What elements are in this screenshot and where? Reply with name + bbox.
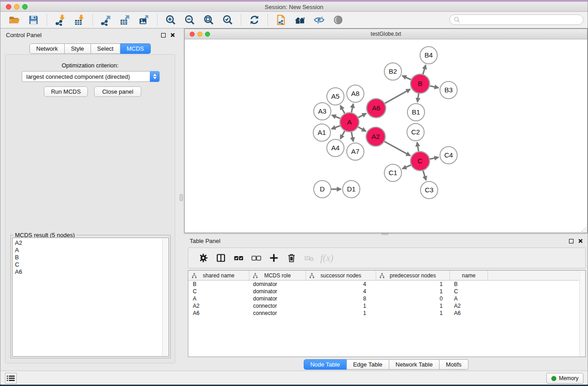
deselect-all-rows-button[interactable] [249, 251, 264, 265]
table-cell[interactable]: A2 [188, 303, 249, 309]
node-C4[interactable]: C4 [440, 147, 457, 164]
table-cell[interactable]: dominator [249, 295, 306, 302]
tab-network[interactable]: Network [29, 43, 65, 54]
zoom-out-button[interactable] [183, 13, 196, 27]
edge-A-A7[interactable] [351, 132, 353, 142]
memory-button[interactable]: Memory [546, 373, 583, 384]
column-header-name[interactable]: name [450, 271, 488, 280]
tab-network-table[interactable]: Network Table [389, 359, 440, 370]
table-cell[interactable]: B [450, 281, 488, 287]
new-network-from-selection-button[interactable] [274, 13, 288, 27]
column-header-successor-nodes[interactable]: successor nodes [306, 271, 376, 280]
node-A5[interactable]: A5 [327, 88, 344, 105]
node-C1[interactable]: C1 [384, 164, 402, 181]
table-cell[interactable]: 1 [376, 281, 450, 287]
table-cell[interactable]: 1 [376, 310, 450, 316]
table-cell[interactable]: 1 [306, 303, 376, 309]
table-cell[interactable]: B [188, 281, 249, 287]
mcds-result-item[interactable]: A6 [15, 268, 168, 276]
refresh-layout-button[interactable] [248, 13, 261, 27]
search-box[interactable] [449, 14, 583, 25]
column-header-predecessor-nodes[interactable]: predecessor nodes [376, 271, 450, 280]
split-divider-grip-vertical[interactable] [180, 194, 183, 201]
node-B1[interactable]: B1 [407, 104, 425, 121]
node-A3[interactable]: A3 [314, 103, 331, 120]
node-B[interactable]: B [411, 74, 430, 93]
network-canvas[interactable]: B4B2BB3A5A8A6A3B1AA1C2A2A4A7C4CC1C3DD1 [185, 39, 587, 233]
float-table-panel-icon[interactable] [569, 239, 574, 243]
save-session-button[interactable] [27, 13, 40, 27]
show-all-button[interactable] [331, 13, 345, 27]
mcds-result-item[interactable]: B [15, 254, 168, 261]
table-cell[interactable]: A6 [450, 310, 488, 316]
table-cell[interactable]: C [450, 288, 488, 295]
node-A1[interactable]: A1 [313, 124, 330, 141]
node-A6[interactable]: A6 [367, 99, 386, 118]
import-table-button[interactable] [72, 13, 86, 27]
close-table-panel-icon[interactable] [578, 238, 583, 243]
table-cell[interactable]: A2 [450, 303, 488, 309]
table-cell[interactable]: dominator [249, 281, 306, 287]
mcds-list-scrollbar[interactable] [162, 238, 168, 356]
edge-C-C1[interactable] [402, 165, 411, 169]
edge-A-A3[interactable] [332, 115, 340, 119]
table-cell[interactable]: dominator [249, 288, 306, 295]
edge-A-A5[interactable] [340, 105, 345, 113]
table-cell[interactable]: 1 [376, 288, 450, 295]
table-cell[interactable]: 4 [306, 281, 376, 287]
table-cell[interactable]: 4 [306, 288, 376, 295]
export-image-button[interactable] [137, 13, 151, 27]
table-row[interactable]: Cdominator41C [188, 288, 579, 295]
mcds-result-item[interactable]: A2 [15, 239, 168, 247]
tab-node-table[interactable]: Node Table [303, 359, 347, 370]
search-input[interactable] [460, 17, 583, 23]
node-C2[interactable]: C2 [407, 124, 424, 141]
close-panel-icon[interactable] [170, 33, 175, 38]
delete-column-button[interactable] [284, 251, 299, 265]
task-history-button[interactable] [5, 373, 17, 384]
export-table-button[interactable] [118, 13, 132, 27]
edge-B-B1[interactable] [417, 94, 419, 102]
edge-B-B4[interactable] [423, 65, 425, 74]
table-row[interactable]: Adominator80A [188, 295, 579, 302]
edge-A2-C[interactable] [384, 142, 410, 156]
node-A8[interactable]: A8 [347, 85, 364, 102]
table-cell[interactable]: A [450, 295, 488, 302]
select-all-rows-button[interactable] [231, 251, 246, 265]
edge-A-A6[interactable] [358, 114, 366, 118]
zoom-fit-button[interactable] [202, 13, 215, 27]
run-mcds-button[interactable]: Run MCDS [44, 86, 88, 97]
export-network-button[interactable] [99, 13, 113, 27]
table-cell[interactable]: 8 [306, 295, 376, 302]
table-cell[interactable]: connector [249, 303, 306, 309]
table-cell[interactable]: 1 [376, 303, 450, 309]
close-panel-button[interactable]: Close panel [94, 86, 141, 97]
home-button[interactable] [293, 13, 307, 27]
node-B3[interactable]: B3 [440, 81, 457, 99]
edge-A-A8[interactable] [351, 104, 353, 113]
column-header-shared-name[interactable]: shared name [188, 271, 249, 280]
node-A2[interactable]: A2 [366, 127, 385, 146]
table-row[interactable]: A2connector11A2 [188, 302, 579, 310]
tab-style[interactable]: Style [65, 43, 91, 54]
open-session-button[interactable] [8, 13, 21, 27]
edge-A-A2[interactable] [358, 127, 366, 131]
table-cell[interactable]: A [188, 295, 249, 302]
mcds-result-item[interactable]: C [15, 261, 168, 268]
edge-A-A1[interactable] [332, 126, 340, 129]
edge-B-B3[interactable] [430, 86, 438, 88]
node-A7[interactable]: A7 [347, 143, 364, 160]
table-cell[interactable]: connector [249, 310, 306, 316]
node-B2[interactable]: B2 [384, 63, 402, 80]
zoom-selected-button[interactable] [221, 13, 234, 27]
resize-grip-icon[interactable] [579, 225, 587, 232]
edge-C-C3[interactable] [423, 171, 426, 180]
node-A4[interactable]: A4 [327, 139, 344, 157]
node-C[interactable]: C [411, 152, 430, 171]
table-cell[interactable]: A6 [188, 310, 249, 316]
table-cell[interactable]: 0 [376, 295, 450, 302]
show-columns-button[interactable] [213, 251, 229, 265]
mcds-result-item[interactable]: A [15, 247, 168, 254]
table-settings-gear-button[interactable] [196, 251, 211, 265]
import-network-button[interactable] [53, 13, 67, 27]
